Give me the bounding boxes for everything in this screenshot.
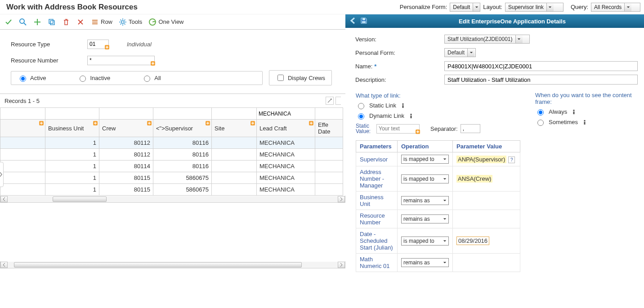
operation-select[interactable]: is mapped to xyxy=(401,174,449,183)
chevron-down-icon[interactable] xyxy=(473,3,480,11)
scroll-right-icon[interactable] xyxy=(338,262,345,268)
operation-select[interactable]: remains as xyxy=(401,258,449,267)
inactive-radio[interactable]: Inactive xyxy=(77,74,110,82)
add-column-icon[interactable] xyxy=(205,121,210,126)
scroll-left-icon[interactable] xyxy=(0,262,8,268)
add-button[interactable] xyxy=(33,18,41,26)
operation-select[interactable]: is mapped to xyxy=(401,237,449,246)
table-row[interactable]: 1801155860675MECHANICA xyxy=(0,184,343,196)
grid-tool-icon[interactable] xyxy=(326,97,334,105)
add-column-icon[interactable] xyxy=(309,121,314,126)
description-input[interactable] xyxy=(444,75,638,85)
dynamic-link-radio[interactable]: Dynamic Link xyxy=(356,112,521,120)
scroll-right-icon[interactable] xyxy=(338,196,345,202)
filter-lead[interactable] xyxy=(257,109,315,119)
col-eff[interactable]: Effe Date xyxy=(315,120,343,137)
info-icon[interactable] xyxy=(400,103,406,109)
find-button[interactable] xyxy=(19,18,27,26)
col-site[interactable]: Site xyxy=(212,120,257,137)
filter-sup[interactable] xyxy=(153,109,211,119)
param-value xyxy=(453,254,520,272)
add-column-icon[interactable] xyxy=(39,121,44,126)
param-name[interactable]: Resource Number xyxy=(356,210,398,228)
svg-rect-21 xyxy=(573,112,575,114)
active-radio[interactable]: Active xyxy=(18,74,46,82)
chevron-down-icon[interactable] xyxy=(624,3,631,11)
table-row[interactable]: 1801155860675MECHANICA xyxy=(0,172,343,184)
chevron-down-icon[interactable] xyxy=(515,35,523,43)
all-radio[interactable]: All xyxy=(142,74,161,82)
info-icon[interactable] xyxy=(408,113,414,119)
svg-rect-15 xyxy=(402,103,403,105)
chevron-down-icon[interactable] xyxy=(467,49,474,57)
scroll-thumb[interactable] xyxy=(14,262,302,268)
version-select[interactable]: Staff Utilization(ZJDE0001) xyxy=(444,35,530,44)
sometimes-radio[interactable]: Sometimes xyxy=(535,118,644,126)
content-frame-question: When do you want to see the content fram… xyxy=(535,92,644,105)
scroll-left-icon[interactable] xyxy=(0,196,8,202)
param-name[interactable]: Supervisor xyxy=(356,152,398,166)
personalize-form-select[interactable]: Default xyxy=(450,3,480,12)
operation-select[interactable]: remains as xyxy=(401,214,449,223)
info-icon[interactable] xyxy=(581,119,588,125)
tools-menu[interactable]: Tools xyxy=(119,18,142,26)
add-column-icon[interactable] xyxy=(250,121,255,126)
always-radio[interactable]: Always xyxy=(535,108,644,116)
back-icon[interactable] xyxy=(349,17,357,26)
static-link-radio[interactable]: Static Link xyxy=(356,102,521,109)
layout-select[interactable]: Supervisor link xyxy=(505,3,564,12)
separator-input[interactable] xyxy=(461,124,480,133)
param-name[interactable]: Address Number - Manager xyxy=(356,166,398,192)
resource-number-input[interactable] xyxy=(87,56,155,65)
static-value-input[interactable] xyxy=(376,124,420,134)
param-name[interactable]: Date - Scheduled Start (Julian) xyxy=(356,228,398,254)
table-row[interactable]: 18011480116MECHANICA xyxy=(0,161,343,172)
name-input[interactable] xyxy=(444,61,638,71)
add-column-icon[interactable] xyxy=(93,121,98,126)
info-icon[interactable] xyxy=(571,109,577,115)
query-select[interactable]: All Records xyxy=(591,3,640,12)
table-row[interactable]: 18011280116MECHANICA xyxy=(0,137,343,149)
filter-bu[interactable] xyxy=(45,109,99,119)
help-icon[interactable]: ? xyxy=(508,156,515,163)
param-value: ANPA(Supervisor)? xyxy=(453,152,520,166)
page-title: Work with Address Book Resources xyxy=(0,3,138,12)
param-name[interactable]: Math Numeric 01 xyxy=(356,254,398,272)
delete-button[interactable] xyxy=(62,18,70,26)
operation-select[interactable]: remains as xyxy=(401,196,449,205)
filter-sel[interactable] xyxy=(0,109,45,119)
visual-assist-icon[interactable] xyxy=(415,129,421,135)
display-crews-check[interactable]: Display Crews xyxy=(276,73,325,82)
filter-eff[interactable] xyxy=(315,109,343,119)
visual-assist-icon[interactable] xyxy=(104,44,110,50)
personal-form-select[interactable]: Default xyxy=(444,48,476,57)
side-expand-tab[interactable] xyxy=(0,162,4,187)
param-name[interactable]: Business Unit xyxy=(356,192,398,210)
action-toolbar: Row Tools One View xyxy=(0,14,345,30)
filter-crew[interactable] xyxy=(99,109,153,119)
visual-assist-icon[interactable] xyxy=(150,60,156,67)
grid-tool-icon[interactable] xyxy=(335,97,341,105)
ok-button[interactable] xyxy=(4,18,13,26)
svg-rect-14 xyxy=(362,21,366,23)
col-crew[interactable]: Crew xyxy=(99,120,153,137)
filter-site[interactable] xyxy=(212,109,256,119)
personal-form-label: Personal Form: xyxy=(355,49,444,56)
col-sup[interactable]: <">Supervisor xyxy=(153,120,212,137)
scroll-thumb[interactable] xyxy=(53,196,107,202)
page-hscroll[interactable] xyxy=(0,261,345,268)
chevron-down-icon[interactable] xyxy=(546,3,554,11)
col-lead[interactable]: Lead Craft xyxy=(257,120,315,137)
table-row[interactable]: 18011280116MECHANICA xyxy=(0,149,343,161)
operation-select[interactable]: is mapped to xyxy=(401,155,449,164)
row-menu[interactable]: Row xyxy=(91,18,112,26)
one-view-menu[interactable]: One View xyxy=(148,18,183,26)
grid-hscroll[interactable] xyxy=(0,196,345,203)
close-button[interactable] xyxy=(76,18,85,26)
param-value: 08/29/2016 xyxy=(453,228,520,254)
copy-button[interactable] xyxy=(48,18,56,26)
col-sel[interactable] xyxy=(0,120,45,137)
add-column-icon[interactable] xyxy=(147,121,152,126)
save-icon[interactable] xyxy=(360,17,368,26)
col-bu[interactable]: Business Unit xyxy=(45,120,99,137)
